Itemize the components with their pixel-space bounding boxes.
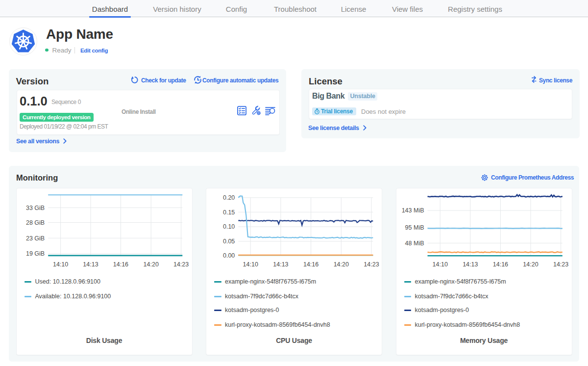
svg-text:14:10: 14:10 — [432, 261, 447, 268]
svg-text:33 GiB: 33 GiB — [25, 205, 44, 211]
svg-text:143 MiB: 143 MiB — [401, 207, 424, 214]
svg-text:14:20: 14:20 — [143, 261, 158, 268]
svg-text:14:23: 14:23 — [173, 261, 188, 268]
svg-text:14:23: 14:23 — [364, 261, 379, 268]
svg-text:14:13: 14:13 — [273, 261, 288, 268]
svg-text:0.20: 0.20 — [223, 194, 235, 201]
svg-text:14:10: 14:10 — [243, 261, 258, 268]
svg-text:19 GiB: 19 GiB — [25, 250, 44, 257]
svg-text:14:20: 14:20 — [334, 261, 349, 268]
svg-text:0.05: 0.05 — [223, 238, 235, 245]
svg-text:14:23: 14:23 — [553, 261, 568, 268]
svg-text:0.00: 0.00 — [223, 252, 235, 259]
svg-text:14:20: 14:20 — [523, 261, 538, 268]
svg-text:95 MiB: 95 MiB — [405, 224, 424, 231]
svg-text:14:16: 14:16 — [492, 261, 508, 268]
svg-text:0.15: 0.15 — [223, 209, 235, 216]
svg-text:14:16: 14:16 — [113, 261, 128, 268]
svg-text:28 GiB: 28 GiB — [25, 219, 44, 226]
svg-text:14:13: 14:13 — [83, 261, 98, 268]
svg-text:0.10: 0.10 — [223, 223, 235, 230]
svg-text:48 MiB: 48 MiB — [405, 240, 424, 247]
svg-text:14:10: 14:10 — [52, 261, 68, 268]
svg-text:14:13: 14:13 — [463, 261, 478, 268]
svg-text:14:16: 14:16 — [303, 261, 318, 268]
svg-text:23 GiB: 23 GiB — [25, 235, 44, 242]
